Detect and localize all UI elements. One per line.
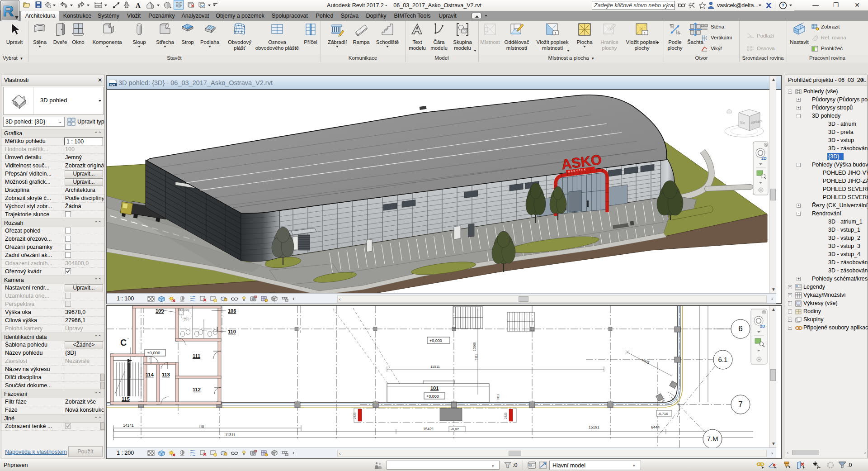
svg-text:6444: 6444 bbox=[651, 425, 660, 429]
svg-text:?: ? bbox=[782, 3, 785, 8]
svg-text:+0,000: +0,000 bbox=[426, 394, 439, 399]
svg-text:-0,710: -0,710 bbox=[658, 412, 668, 416]
svg-text:14141: 14141 bbox=[123, 423, 134, 428]
svg-text:112: 112 bbox=[193, 387, 201, 392]
svg-text:3111: 3111 bbox=[475, 354, 478, 360]
svg-text:7: 7 bbox=[738, 400, 742, 409]
svg-text:RVT: RVT bbox=[110, 84, 115, 86]
svg-text:-0,02: -0,02 bbox=[451, 427, 459, 431]
svg-text:1: 1 bbox=[644, 31, 646, 35]
svg-text:110: 110 bbox=[228, 329, 236, 334]
svg-text:109: 109 bbox=[156, 308, 164, 314]
svg-text:C: C bbox=[120, 338, 127, 347]
svg-text:114: 114 bbox=[146, 372, 154, 377]
svg-text:PŘEDSÍŇ: PŘEDSÍŇ bbox=[178, 309, 189, 312]
svg-text:11511: 11511 bbox=[430, 365, 440, 369]
svg-text:1: 1 bbox=[126, 2, 127, 5]
svg-text:A: A bbox=[136, 2, 141, 9]
svg-text:111: 111 bbox=[193, 353, 200, 359]
svg-text:R: R bbox=[3, 2, 14, 19]
svg-text:7.M: 7.M bbox=[707, 435, 718, 442]
svg-text:2320: 2320 bbox=[504, 412, 507, 419]
svg-text:2D: 2D bbox=[761, 156, 767, 161]
svg-text:6.1: 6.1 bbox=[718, 356, 728, 363]
svg-text:15191: 15191 bbox=[589, 425, 599, 429]
svg-text:1.: 1. bbox=[747, 33, 750, 36]
svg-text:2320: 2320 bbox=[353, 412, 356, 419]
svg-text:ІІІІ: ІІІІ bbox=[199, 424, 204, 429]
svg-text:2D: 2D bbox=[760, 324, 765, 328]
svg-text:': ' bbox=[127, 337, 128, 343]
svg-text:6: 6 bbox=[738, 324, 742, 333]
svg-text:113: 113 bbox=[162, 372, 170, 377]
svg-text:11311: 11311 bbox=[225, 433, 236, 437]
svg-text:3111: 3111 bbox=[496, 394, 500, 400]
svg-text:+0,000: +0,000 bbox=[429, 338, 442, 343]
svg-text:1: 1 bbox=[555, 31, 557, 35]
svg-text:115: 115 bbox=[122, 396, 130, 402]
svg-text:101: 101 bbox=[430, 385, 439, 391]
svg-text:+0,000: +0,000 bbox=[147, 350, 160, 355]
svg-text:15500: 15500 bbox=[473, 342, 476, 351]
svg-text:WC I.: WC I. bbox=[184, 317, 190, 320]
svg-text:106: 106 bbox=[228, 308, 236, 314]
svg-text:15421: 15421 bbox=[423, 427, 434, 431]
